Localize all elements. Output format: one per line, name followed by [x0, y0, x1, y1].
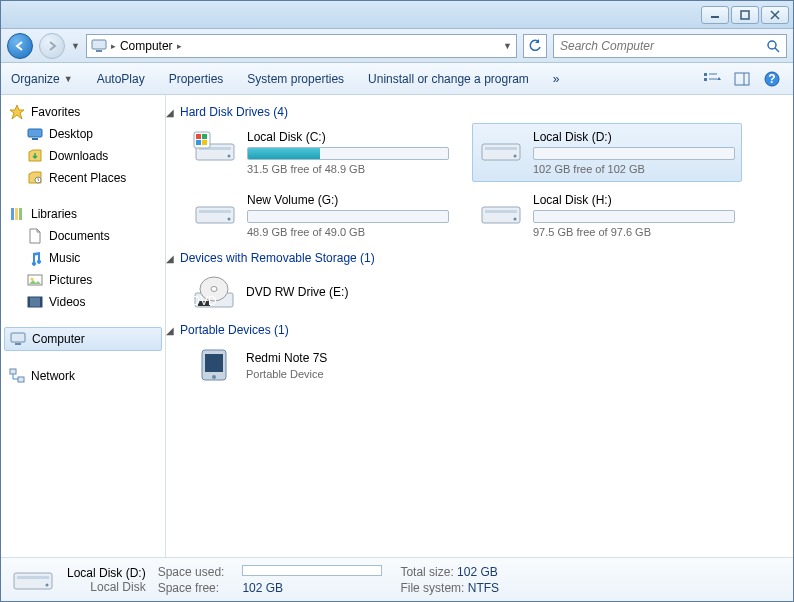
sidebar-item-music[interactable]: Music: [1, 247, 165, 269]
favorites-icon: [9, 104, 25, 120]
network-label: Network: [31, 369, 75, 383]
documents-icon: [27, 228, 43, 244]
sidebar-item-downloads[interactable]: Downloads: [1, 145, 165, 167]
svg-point-33: [228, 155, 231, 158]
favorites-label: Favorites: [31, 105, 80, 119]
sidebar-item-recent[interactable]: Recent Places: [1, 167, 165, 189]
svg-rect-8: [704, 73, 707, 76]
search-box[interactable]: [553, 34, 787, 58]
svg-rect-35: [196, 134, 201, 139]
device-subtitle: Portable Device: [246, 368, 327, 380]
organize-button[interactable]: Organize ▼: [11, 72, 73, 86]
svg-rect-57: [17, 576, 49, 579]
autoplay-button[interactable]: AutoPlay: [97, 72, 145, 86]
drive-name: New Volume (G:): [247, 193, 449, 207]
drive-item[interactable]: Local Disk (C:) 31.5 GB free of 48.9 GB: [186, 123, 456, 182]
drive-icon: [193, 193, 237, 229]
svg-point-44: [228, 218, 231, 221]
breadcrumb-item[interactable]: Computer: [120, 39, 173, 53]
collapse-icon: ◢: [166, 325, 174, 336]
more-commands-button[interactable]: »: [553, 72, 560, 86]
portable-item[interactable]: Redmi Note 7S Portable Device: [186, 341, 456, 389]
svg-point-50: [211, 287, 217, 292]
computer-icon: [10, 331, 26, 347]
space-free-label: Space free:: [158, 581, 225, 595]
minimize-button[interactable]: [701, 6, 729, 24]
collapse-icon: ◢: [166, 253, 174, 264]
svg-rect-17: [32, 138, 38, 140]
navigation-pane: Favorites Desktop Downloads Recent Place…: [1, 95, 166, 557]
svg-rect-29: [10, 369, 16, 374]
close-button[interactable]: [761, 6, 789, 24]
search-icon: [766, 39, 780, 53]
svg-rect-4: [92, 40, 106, 49]
content-pane: ◢Hard Disk Drives (4) Local Disk (C:) 31…: [166, 95, 793, 557]
svg-rect-40: [485, 147, 517, 150]
drive-item[interactable]: Local Disk (D:) 102 GB free of 102 GB: [472, 123, 742, 182]
section-hdd[interactable]: ◢Hard Disk Drives (4): [166, 99, 783, 123]
libraries-label: Libraries: [31, 207, 77, 221]
desktop-icon: [27, 126, 43, 142]
svg-text:DVD: DVD: [192, 294, 217, 308]
system-properties-button[interactable]: System properties: [247, 72, 344, 86]
libraries-group[interactable]: Libraries: [1, 203, 165, 225]
help-button[interactable]: ?: [761, 69, 783, 89]
svg-rect-16: [28, 129, 42, 137]
forward-button[interactable]: [39, 33, 65, 59]
svg-rect-9: [704, 78, 707, 81]
svg-rect-27: [11, 333, 25, 342]
svg-rect-37: [196, 140, 201, 145]
window-titlebar: [1, 1, 793, 29]
svg-point-55: [212, 375, 216, 379]
sidebar-item-videos[interactable]: Videos: [1, 291, 165, 313]
drive-usage-bar: [247, 210, 449, 223]
svg-rect-12: [735, 73, 749, 85]
svg-rect-56: [14, 573, 52, 589]
sidebar-item-computer[interactable]: Computer: [4, 327, 162, 351]
svg-line-7: [775, 48, 779, 52]
search-input[interactable]: [560, 39, 766, 53]
breadcrumb-chevron-icon[interactable]: ▸: [111, 41, 116, 51]
svg-rect-26: [40, 297, 42, 307]
view-options-button[interactable]: [701, 69, 723, 89]
breadcrumb-chevron-icon[interactable]: ▸: [177, 41, 182, 51]
sidebar-item-documents[interactable]: Documents: [1, 225, 165, 247]
drive-name: Local Disk (C:): [247, 130, 449, 144]
drive-item[interactable]: New Volume (G:) 48.9 GB free of 49.0 GB: [186, 186, 456, 245]
recent-icon: [27, 170, 43, 186]
svg-rect-28: [15, 343, 21, 345]
downloads-icon: [27, 148, 43, 164]
svg-point-58: [46, 583, 49, 586]
svg-rect-43: [199, 210, 231, 213]
svg-point-47: [514, 218, 517, 221]
device-name: DVD RW Drive (E:): [246, 285, 348, 299]
svg-rect-25: [28, 297, 30, 307]
favorites-group[interactable]: Favorites: [1, 101, 165, 123]
sidebar-item-network[interactable]: Network: [1, 365, 165, 387]
libraries-icon: [9, 206, 25, 222]
address-bar[interactable]: ▸ Computer ▸ ▼: [86, 34, 517, 58]
properties-button[interactable]: Properties: [169, 72, 224, 86]
section-removable[interactable]: ◢Devices with Removable Storage (1): [166, 245, 783, 269]
uninstall-button[interactable]: Uninstall or change a program: [368, 72, 529, 86]
history-dropdown-icon[interactable]: ▼: [71, 41, 80, 51]
videos-icon: [27, 294, 43, 310]
drive-free-text: 97.5 GB free of 97.6 GB: [533, 226, 735, 238]
portable-device-icon: [192, 347, 236, 383]
address-dropdown-icon[interactable]: ▼: [503, 41, 512, 51]
removable-item[interactable]: DVD DVD RW Drive (E:): [186, 269, 456, 317]
back-button[interactable]: [7, 33, 33, 59]
section-portable[interactable]: ◢Portable Devices (1): [166, 317, 783, 341]
refresh-button[interactable]: [523, 34, 547, 58]
maximize-button[interactable]: [731, 6, 759, 24]
nav-bar: ▼ ▸ Computer ▸ ▼: [1, 29, 793, 63]
sidebar-item-pictures[interactable]: Pictures: [1, 269, 165, 291]
svg-rect-24: [28, 297, 42, 307]
music-icon: [27, 250, 43, 266]
drive-icon: [479, 130, 523, 166]
drive-item[interactable]: Local Disk (H:) 97.5 GB free of 97.6 GB: [472, 186, 742, 245]
sidebar-item-desktop[interactable]: Desktop: [1, 123, 165, 145]
preview-pane-button[interactable]: [731, 69, 753, 89]
drive-free-text: 102 GB free of 102 GB: [533, 163, 735, 175]
details-pane: Local Disk (D:) Local Disk Space used: T…: [1, 557, 793, 601]
